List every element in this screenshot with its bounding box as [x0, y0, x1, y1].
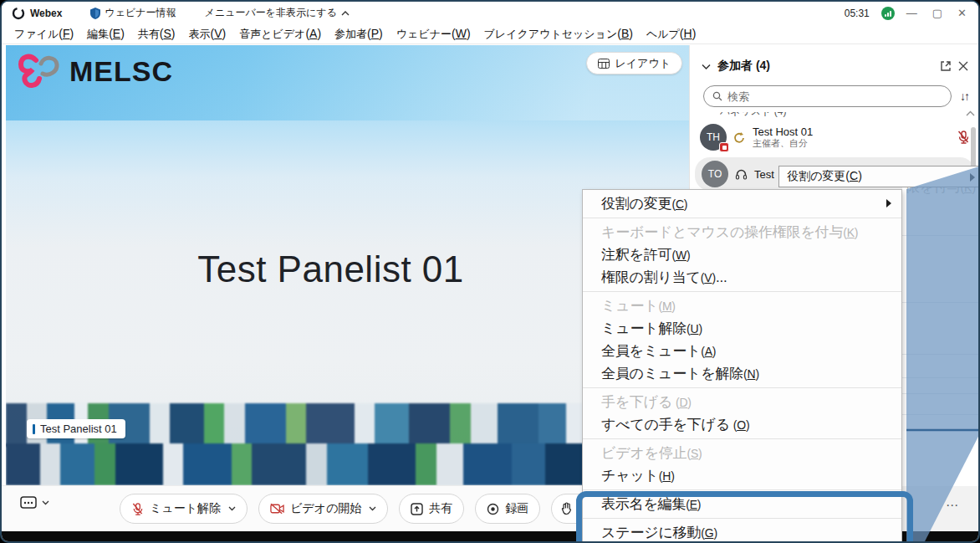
close-button[interactable]: ✕: [957, 8, 967, 18]
menu-separator: [583, 518, 901, 519]
webex-logo-icon: [12, 7, 25, 20]
context-menu-item-9[interactable]: 全員のミュートを解除(N): [583, 362, 901, 385]
menubar-item-4[interactable]: 音声とビデオ(A): [233, 25, 327, 44]
submenu-arrow-icon: [970, 173, 975, 182]
layout-grid-icon: [598, 59, 610, 69]
webex-window: Webex ウェビナー情報 メニューバーを非表示にする 05:31 — ▢: [0, 0, 980, 543]
headset-icon: [735, 168, 748, 181]
chevron-up-icon: [341, 11, 350, 16]
melsc-heart-icon: [18, 52, 63, 90]
captions-icon: [20, 496, 37, 510]
search-icon: [712, 91, 722, 101]
layout-button[interactable]: レイアウト: [586, 52, 682, 74]
share-screen-icon: [411, 503, 423, 515]
context-menu-item-4[interactable]: 権限の割り当て(V)...: [583, 266, 901, 289]
record-icon: [487, 503, 499, 515]
avatar: TH: [700, 124, 727, 151]
audio-connected-icon: [733, 131, 746, 144]
app-title: Webex: [30, 8, 62, 19]
avatar: TO: [702, 161, 728, 187]
context-menu-small[interactable]: 役割の変更(C): [778, 166, 980, 187]
menu-bar: ファイル(F)編集(E)共有(S)表示(V)音声とビデオ(A)参加者(P)ウェビ…: [2, 24, 978, 44]
context-menu-item-8[interactable]: 全員をミュート(A): [583, 340, 901, 362]
participant-row-host[interactable]: TH Test Host 01 主催者、自分: [690, 119, 980, 156]
chevron-down-icon[interactable]: [369, 506, 376, 511]
meeting-timer: 05:31: [845, 8, 870, 19]
close-panel-icon[interactable]: [958, 61, 968, 71]
context-menu-item-17[interactable]: 表示名を編集(E): [583, 493, 901, 515]
title-bar: Webex ウェビナー情報 メニューバーを非表示にする 05:31 — ▢: [2, 2, 978, 24]
camera-muted-icon: [270, 503, 284, 515]
brand-logo: MELSC: [18, 52, 173, 90]
participant-search[interactable]: [703, 85, 952, 107]
hide-menubar-button[interactable]: メニューバーを非表示にする: [205, 6, 350, 20]
panel-title: 参加者 (4): [717, 59, 770, 74]
stage-display-name: Test Panelist 01: [6, 248, 656, 290]
menubar-item-8[interactable]: ヘルプ(H): [641, 25, 702, 44]
host-badge-icon: [719, 142, 729, 152]
menubar-item-1[interactable]: 編集(E): [81, 25, 130, 44]
shield-icon: [90, 8, 100, 19]
webinar-info-button[interactable]: ウェビナー情報: [90, 6, 176, 20]
sort-participants-icon[interactable]: ↓↑: [960, 90, 968, 103]
menubar-item-7[interactable]: ブレイクアウトセッション(B): [478, 25, 639, 44]
record-button[interactable]: 録画: [475, 494, 540, 524]
popout-panel-icon[interactable]: [940, 60, 952, 72]
menubar-item-5[interactable]: 参加者(P): [329, 25, 389, 44]
menu-separator: [583, 218, 901, 218]
context-menu-item-change-role[interactable]: 役割の変更(C): [787, 169, 862, 184]
menubar-item-2[interactable]: 共有(S): [132, 25, 181, 44]
context-menu-item-2: キーボードとマウスの操作権限を付与(K): [583, 221, 901, 243]
start-video-button[interactable]: ビデオの開始: [258, 494, 388, 524]
context-menu-item-12[interactable]: すべての手を下げる (O): [583, 413, 901, 436]
unmute-button[interactable]: ミュート解除: [120, 494, 248, 524]
search-input[interactable]: [727, 90, 942, 103]
menu-separator: [583, 387, 901, 388]
participant-name-tag: Test Panelist 01: [27, 419, 125, 438]
context-menu: 役割の変更(C)キーボードとマウスの操作権限を付与(K)注釈を許可(W)権限の割…: [582, 189, 902, 543]
menu-separator: [583, 438, 901, 439]
collapse-chevron-icon[interactable]: [702, 64, 711, 69]
minimize-button[interactable]: —: [906, 8, 917, 18]
chevron-down-icon[interactable]: [228, 506, 236, 511]
context-menu-item-11: 手を下げる (D): [583, 391, 901, 413]
context-menu-item-15[interactable]: チャット(H): [583, 464, 901, 487]
raise-hand-button[interactable]: [552, 502, 581, 515]
context-menu-item-6: ミュート(M): [583, 295, 901, 317]
captions-button[interactable]: [20, 496, 49, 510]
context-menu-item-3[interactable]: 注釈を許可(W): [583, 243, 901, 266]
context-menu-item-7[interactable]: ミュート解除(U): [583, 317, 901, 340]
share-button[interactable]: 共有: [399, 494, 464, 524]
submenu-arrow-icon: [886, 199, 891, 207]
context-menu-item-14: ビデオを停止(S): [583, 442, 901, 464]
clipped-section-header: パネリスト (4): [720, 112, 980, 119]
chevron-down-icon: [42, 500, 49, 505]
context-menu-item-0[interactable]: 役割の変更(C): [583, 192, 901, 215]
menubar-item-3[interactable]: 表示(V): [183, 25, 232, 44]
menubar-item-6[interactable]: ウェビナー(W): [390, 25, 477, 44]
maximize-button[interactable]: ▢: [932, 8, 942, 18]
muted-mic-icon[interactable]: [957, 130, 970, 145]
menu-separator: [583, 489, 901, 490]
scroll-up-icon[interactable]: [966, 110, 975, 116]
menu-separator: [583, 291, 901, 292]
mic-muted-icon: [131, 502, 144, 516]
connection-quality-icon[interactable]: [881, 7, 895, 20]
speaking-indicator: [33, 424, 35, 434]
menubar-item-0[interactable]: ファイル(F): [8, 25, 79, 44]
context-menu-item-19[interactable]: ステージに移動(G): [583, 521, 901, 543]
panel-more-options[interactable]: ⋯: [946, 498, 960, 513]
hidden-context-menu: 限を付与(K): [902, 167, 980, 431]
